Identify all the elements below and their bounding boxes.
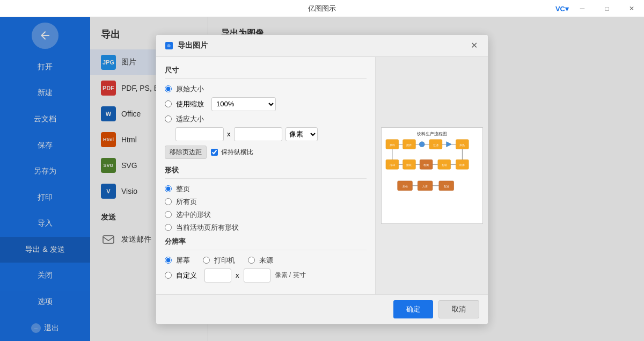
selected-shapes-radio[interactable] bbox=[165, 211, 172, 218]
printer-res-radio[interactable] bbox=[203, 257, 210, 264]
source-res-radio[interactable] bbox=[248, 257, 255, 264]
shape-all-pages: 所有页 bbox=[165, 197, 367, 207]
fit-size-row: 适应大小 bbox=[165, 114, 367, 124]
custom-res-w-input[interactable]: 96 bbox=[204, 269, 231, 282]
dialog-left-panel: 尺寸 原始大小 使用缩放 100% 150% 200% bbox=[156, 57, 375, 294]
keep-ratio-checkbox[interactable] bbox=[211, 149, 218, 156]
fit-size-radio[interactable] bbox=[165, 115, 172, 122]
close-button[interactable]: ✕ bbox=[619, 0, 644, 17]
svg-text:原料: 原料 bbox=[389, 143, 394, 146]
shape-section-label: 形状 bbox=[165, 165, 367, 179]
shape-current-page: 当前活动页所有形状 bbox=[165, 223, 367, 233]
dialog-body: 尺寸 原始大小 使用缩放 100% 150% 200% bbox=[156, 57, 488, 294]
all-pages-radio[interactable] bbox=[165, 198, 172, 205]
svg-text:配送: 配送 bbox=[443, 184, 449, 187]
svg-text:饮料生产流程图: 饮料生产流程图 bbox=[416, 131, 447, 136]
custom-res-radio[interactable] bbox=[165, 272, 172, 279]
dialog-header: D 导出图片 ✕ bbox=[156, 35, 488, 57]
dialog-footer: 确定 取消 bbox=[156, 294, 488, 324]
dialog-close-button[interactable]: ✕ bbox=[469, 40, 479, 51]
dim-actions: 移除页边距 保持纵横比 bbox=[165, 146, 367, 159]
app-title: 亿图图示 bbox=[308, 4, 336, 13]
svg-text:冷却: 冷却 bbox=[389, 163, 394, 166]
shape-whole-page: 整页 bbox=[165, 184, 367, 194]
use-scale-radio[interactable] bbox=[165, 100, 172, 107]
original-size-radio[interactable] bbox=[165, 85, 172, 92]
whole-page-radio[interactable] bbox=[165, 185, 172, 192]
keep-ratio-row: 保持纵横比 bbox=[211, 148, 253, 157]
size-section-label: 尺寸 bbox=[165, 66, 367, 79]
svg-text:检测: 检测 bbox=[423, 163, 429, 166]
use-scale-row: 使用缩放 100% 150% 200% bbox=[165, 97, 367, 111]
titlebar: 亿图图示 VC▾ ─ □ ✕ bbox=[0, 0, 644, 17]
svg-text:入库: 入库 bbox=[422, 184, 428, 187]
svg-text:搅拌: 搅拌 bbox=[406, 143, 412, 146]
resolution-radio-row: 屏幕 打印机 来源 bbox=[165, 256, 367, 265]
dimensions-row: 1122.52 x 793.701 像素 英寸 厘米 bbox=[175, 127, 367, 141]
diagram-preview: 饮料生产流程图 原料 搅拌 过滤 bbox=[382, 128, 482, 223]
svg-text:过滤: 过滤 bbox=[433, 143, 438, 146]
remove-margin-button[interactable]: 移除页边距 bbox=[165, 146, 207, 159]
user-menu[interactable]: VC▾ bbox=[555, 0, 569, 17]
resolution-section-label: 分辨率 bbox=[165, 237, 367, 250]
minimize-button[interactable]: ─ bbox=[570, 0, 595, 17]
svg-text:包装: 包装 bbox=[441, 163, 447, 166]
shape-radio-group: 整页 所有页 选中的形状 当前活动页所有形状 bbox=[165, 184, 367, 233]
size-radio-group: 原始大小 使用缩放 100% 150% 200% 适应大小 bbox=[165, 84, 367, 141]
height-input[interactable]: 793.701 bbox=[234, 127, 282, 141]
shape-selected: 选中的形状 bbox=[165, 210, 367, 220]
svg-point-10 bbox=[419, 141, 425, 147]
dialog-title: D 导出图片 bbox=[165, 41, 208, 50]
scale-select[interactable]: 100% 150% 200% bbox=[211, 97, 276, 111]
screen-res-radio[interactable] bbox=[165, 257, 172, 264]
svg-text:质检: 质检 bbox=[402, 184, 407, 187]
confirm-button[interactable]: 确定 bbox=[393, 300, 433, 318]
dialog-preview-panel: 饮料生产流程图 原料 搅拌 过滤 bbox=[375, 57, 488, 294]
window-controls: ─ □ ✕ bbox=[570, 0, 644, 17]
current-page-shapes-radio[interactable] bbox=[165, 224, 172, 231]
cancel-button[interactable]: 取消 bbox=[438, 300, 479, 318]
width-input[interactable]: 1122.52 bbox=[175, 127, 224, 141]
maximize-button[interactable]: □ bbox=[595, 0, 619, 17]
custom-res-row: 自定义 96 x 96 像素 / 英寸 bbox=[165, 269, 367, 282]
custom-res-h-input[interactable]: 96 bbox=[244, 269, 270, 282]
svg-marker-15 bbox=[446, 141, 451, 147]
svg-text:加热: 加热 bbox=[459, 143, 465, 146]
original-size-row: 原始大小 bbox=[165, 84, 367, 94]
preview-image: 饮料生产流程图 原料 搅拌 过滤 bbox=[381, 127, 483, 224]
dialog-overlay: D 导出图片 ✕ 尺寸 原始大小 使用缩放 bbox=[0, 17, 644, 341]
export-dialog: D 导出图片 ✕ 尺寸 原始大小 使用缩放 bbox=[156, 34, 488, 324]
svg-text:D: D bbox=[167, 43, 171, 48]
svg-text:出库: 出库 bbox=[459, 163, 465, 166]
unit-select[interactable]: 像素 英寸 厘米 bbox=[286, 127, 318, 141]
svg-text:灌装: 灌装 bbox=[406, 163, 412, 166]
dialog-title-icon: D bbox=[165, 41, 173, 50]
